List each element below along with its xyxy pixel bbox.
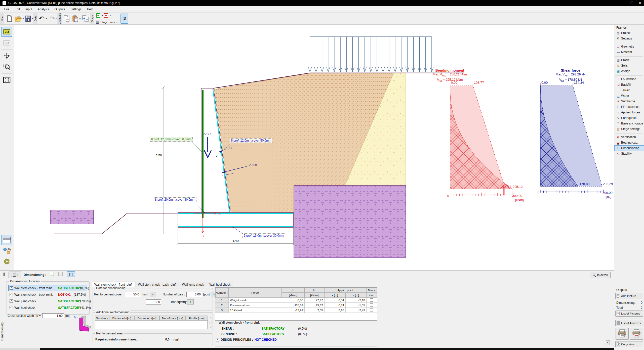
remove-stage-caret[interactable]: ▾ — [110, 14, 111, 17]
stage-names-label[interactable]: Stage names — [100, 21, 117, 24]
location-list-button[interactable]: ▾ — [9, 272, 21, 278]
addl-col-h1[interactable]: Distance h1 [m] — [109, 316, 134, 321]
open-dropdown-caret[interactable]: ▾ — [23, 18, 24, 20]
drawing-settings-button[interactable] — [1, 256, 12, 267]
minor-load-checkbox[interactable] — [370, 298, 373, 302]
back-reinforcement-label[interactable]: 6 prof. 12,0mm,cover 50,0mm — [230, 138, 272, 143]
add-row-button[interactable]: + — [210, 316, 212, 320]
location-checkbox[interactable] — [10, 299, 13, 303]
forces-col-fx[interactable]: Fx — [282, 288, 304, 293]
jump-reinforcement-label[interactable]: 8 prof. 20,0mm,cover 30,0mm — [154, 197, 196, 202]
add-stage-caret[interactable]: ▾ — [102, 14, 103, 17]
redo-button[interactable]: ▾ — [48, 13, 57, 24]
location-checkbox[interactable] — [10, 286, 13, 290]
remove-stage-button[interactable]: − — [104, 13, 108, 18]
forces-col-force[interactable]: Force — [228, 288, 282, 298]
forces-row[interactable]: 2 Pressure at rest -118,52 23,62 0,74 -1… — [215, 303, 377, 308]
forces-col-applic[interactable]: Applic. point — [324, 288, 366, 293]
add-picture-button[interactable]: Add Picture — [615, 293, 643, 299]
frames-item[interactable]: ⌒ Terrain — [614, 88, 644, 93]
forces-col-x[interactable]: x [m] — [324, 293, 345, 298]
frames-item[interactable]: ⇄ Verification — [614, 134, 644, 140]
zoom-select-button[interactable] — [1, 62, 12, 72]
scroll-down-button[interactable]: ▼ — [606, 340, 610, 345]
view-3d-button[interactable]: 3D — [1, 38, 12, 48]
frames-item[interactable]: ↓ Applied forces — [614, 110, 644, 115]
forces-col-fz[interactable]: Fz — [304, 288, 324, 293]
copy-view-button[interactable]: Copy view — [615, 341, 643, 347]
menu-item[interactable]: Outputs — [52, 7, 68, 12]
save-button[interactable]: ▾ — [24, 13, 33, 24]
copy-button[interactable] — [63, 13, 71, 24]
panel-splitter-handle[interactable] — [4, 273, 5, 276]
diameter-input[interactable] — [146, 299, 161, 304]
frames-item[interactable]: ▨ Soils — [614, 63, 644, 68]
menu-item[interactable]: Settings — [68, 7, 84, 12]
undo-button[interactable]: ▾ — [38, 13, 48, 24]
paste-dropdown-caret[interactable]: ▾ — [79, 18, 80, 20]
frames-item[interactable]: ⊥ Geometry — [614, 44, 644, 49]
frames-item[interactable]: ▥ Profile — [614, 57, 644, 63]
frames-item[interactable]: ∿ Earthquake — [614, 115, 644, 121]
cover-input[interactable] — [125, 292, 140, 297]
addl-col-bars[interactable]: No. of bars [pcs] — [159, 316, 186, 321]
menu-item[interactable]: Input — [23, 7, 35, 12]
dimensioning-side-tab[interactable]: Dimensioning — [0, 313, 5, 350]
front-reinforcement-label[interactable]: 6 prof. 12,0mm,cover 50,0mm — [150, 137, 193, 142]
frames-item[interactable]: ≡ Surcharge — [614, 99, 644, 104]
print-picture-button[interactable] — [630, 328, 643, 340]
location-checkbox[interactable] — [10, 293, 13, 296]
heel-reinforcement-label[interactable]: 6 prof. 16,0mm,cover 30,0mm — [243, 233, 285, 238]
annotation-settings-button[interactable]: Ab — [1, 246, 12, 256]
frames-item[interactable]: ▤ Project — [614, 30, 644, 36]
copy-picture-button[interactable] — [81, 13, 90, 24]
add-location-button[interactable]: + — [50, 272, 54, 276]
menu-item[interactable]: Edit — [12, 7, 23, 12]
location-checkbox[interactable] — [10, 306, 13, 309]
forces-row[interactable]: 1 Weight - wall 0,00 77,97 0,34 -2,18 — [215, 298, 377, 303]
frames-item[interactable]: ▄ Bearing cap. — [614, 140, 644, 145]
check-tab[interactable]: Wall heel check — [207, 282, 233, 287]
table-view-button[interactable] — [1, 235, 12, 245]
menu-item[interactable]: Analysis — [35, 7, 52, 12]
frames-item[interactable]: ⊢ FF resistance — [614, 104, 644, 110]
frames-item[interactable]: ◢ Backfill — [614, 82, 644, 88]
add-stage-button[interactable]: + — [96, 13, 100, 18]
frames-item[interactable]: ⚙ Settings — [614, 36, 644, 41]
menu-item[interactable]: Help — [84, 7, 96, 12]
location-row[interactable]: Wall heel check SATISFACTORY (41,1%) — [8, 305, 87, 311]
view-2d-button[interactable]: 2D — [1, 27, 12, 37]
list-of-pictures-button[interactable]: List of Pictures — [615, 311, 643, 317]
fit-to-window-button[interactable] — [1, 75, 12, 85]
maximize-button[interactable]: ❐ — [628, 0, 636, 6]
minor-load-checkbox[interactable] — [370, 303, 373, 307]
close-button[interactable]: ✕ — [636, 0, 644, 6]
cross-section-input[interactable] — [42, 313, 64, 318]
undo-dropdown-caret[interactable]: ▾ — [46, 18, 47, 20]
menu-item[interactable]: File — [2, 7, 12, 12]
frames-item[interactable]: ↻ Stability — [614, 151, 644, 156]
addl-col-profile[interactable]: Profile [mm] — [186, 316, 208, 321]
check-tab[interactable]: Wall stem check - back reinf. — [136, 282, 179, 287]
addl-col-number[interactable]: Number▲ — [95, 316, 109, 321]
frames-item[interactable]: ▂ Water — [614, 93, 644, 99]
minor-load-checkbox[interactable] — [370, 309, 373, 312]
location-row[interactable]: Wall jump check SATISFACTORY (70,3%) — [8, 298, 87, 304]
forces-row[interactable]: 3 10 kN/m2 -13,92 2,85 0,65 -2,43 — [215, 308, 377, 313]
list-of-annexes-button[interactable]: List of Annexes — [615, 320, 643, 326]
location-row[interactable]: Wall stem check - back reinf. NOT OK. (1… — [8, 292, 87, 297]
diameter-dropdown-button[interactable]: ▼ — [187, 299, 194, 304]
save-dropdown-caret[interactable]: ▾ — [32, 18, 33, 20]
stage-1-button[interactable]: [1] — [120, 14, 128, 24]
forces-col-z[interactable]: z [m] — [345, 293, 366, 298]
cover-dropdown-button[interactable]: ▼ — [150, 292, 156, 297]
outputs-minimize-button[interactable]: – — [640, 288, 642, 292]
frames-item[interactable]: ⊤ Base anchorage — [614, 121, 644, 126]
frames-item[interactable]: ▦ Assign — [614, 68, 644, 74]
print-document-button[interactable] — [616, 328, 629, 340]
forces-col-number[interactable]: Number▲ — [215, 288, 228, 298]
pan-button[interactable] — [1, 51, 12, 61]
paste-button[interactable]: ▾ — [72, 13, 81, 24]
location-row[interactable]: Wall stem check - front reinf. SATISFACT… — [8, 285, 87, 291]
check-tab[interactable]: Wall jump check — [180, 282, 207, 287]
